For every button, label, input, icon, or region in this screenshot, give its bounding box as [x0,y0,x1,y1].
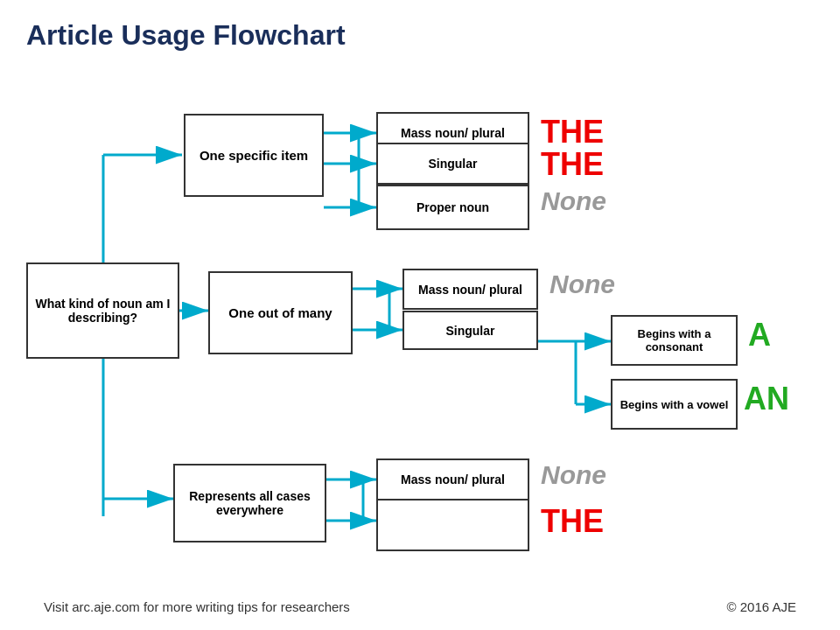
page-title: Article Usage Flowchart [26,19,346,52]
result-the3: THE [541,503,604,540]
one-many-box: One out of many [208,271,353,354]
singular-1-box: Singular [376,143,529,185]
result-none2: None [550,270,615,299]
footer-right: © 2016 AJE [727,599,796,614]
consonant-box: Begins with a consonant [611,315,738,366]
result-the1: THE [541,114,604,150]
result-a: A [748,317,771,354]
result-none1: None [541,186,606,216]
one-specific-box: One specific item [184,114,324,197]
singular-3-box [376,499,529,551]
start-box: What kind of noun am I describing? [26,262,179,359]
represents-all-box: Represents all cases everywhere [173,464,326,542]
result-an: AN [744,381,789,417]
vowel-box: Begins with a vowel [611,379,738,430]
footer: Visit arc.aje.com for more writing tips … [0,599,840,614]
footer-left: Visit arc.aje.com for more writing tips … [44,599,350,614]
mass-plural-3-box: Mass noun/ plural [376,458,529,500]
proper-noun-box: Proper noun [376,185,529,230]
result-the2: THE [541,146,604,183]
result-none3: None [541,460,606,490]
singular-2-box: Singular [402,311,538,350]
mass-plural-2-box: Mass noun/ plural [402,269,538,310]
